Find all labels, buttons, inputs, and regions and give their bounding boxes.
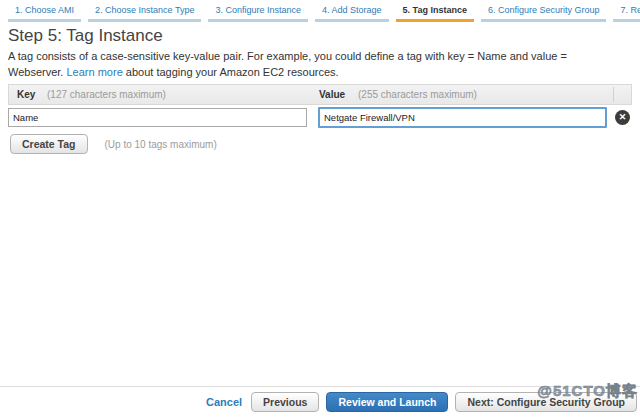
wizard-tab-bar: 1. Choose AMI 2. Choose Instance Type 3.… — [8, 0, 640, 22]
tab-choose-instance-type[interactable]: 2. Choose Instance Type — [88, 0, 201, 22]
tag-table-header: Key (127 characters maximum) Value (255 … — [8, 84, 632, 105]
delete-tag-button[interactable]: ✕ — [615, 110, 630, 125]
delete-x-icon: ✕ — [619, 112, 627, 122]
footer-actions: Cancel Previous Review and Launch Next: … — [206, 392, 637, 412]
review-and-launch-button[interactable]: Review and Launch — [326, 392, 448, 412]
tab-configure-security-group[interactable]: 6. Configure Security Group — [481, 0, 607, 22]
cancel-link[interactable]: Cancel — [206, 396, 242, 408]
value-column-header: Value — [319, 89, 345, 100]
tab-configure-instance[interactable]: 3. Configure Instance — [208, 0, 308, 22]
learn-more-link[interactable]: Learn more — [67, 66, 123, 78]
column-separator — [613, 87, 614, 102]
previous-button[interactable]: Previous — [251, 392, 319, 412]
value-column-hint: (255 characters maximum) — [358, 89, 477, 100]
create-tag-button[interactable]: Create Tag — [10, 134, 88, 154]
page-description: A tag consists of a case-sensitive key-v… — [8, 49, 624, 81]
tag-key-input[interactable] — [8, 108, 307, 127]
create-tag-row: Create Tag (Up to 10 tags maximum) — [10, 134, 217, 154]
footer-divider — [0, 386, 640, 387]
tab-tag-instance[interactable]: 5. Tag Instance — [396, 0, 474, 22]
tab-choose-ami[interactable]: 1. Choose AMI — [8, 0, 81, 22]
tab-review[interactable]: 7. Review — [613, 0, 640, 22]
key-column-hint: (127 characters maximum) — [47, 89, 166, 100]
tag-table-row: ✕ — [8, 107, 640, 129]
tab-add-storage[interactable]: 4. Add Storage — [315, 0, 389, 22]
key-column-header: Key — [17, 89, 35, 100]
create-tag-hint: (Up to 10 tags maximum) — [105, 139, 217, 150]
tag-value-input[interactable] — [318, 107, 607, 128]
description-text-after: about tagging your Amazon EC2 resources. — [123, 66, 339, 78]
next-configure-security-group-button[interactable]: Next: Configure Security Group — [455, 392, 637, 412]
page-title: Step 5: Tag Instance — [8, 26, 163, 46]
